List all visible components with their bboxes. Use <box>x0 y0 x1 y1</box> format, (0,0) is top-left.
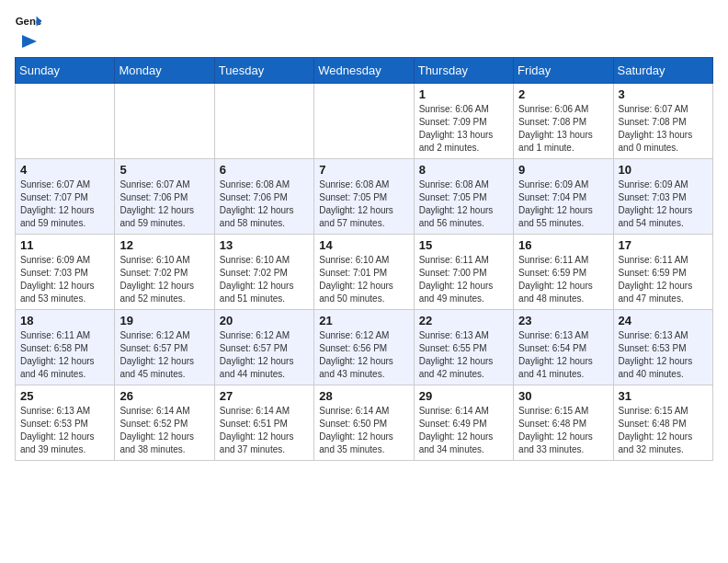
day-number: 30 <box>518 389 608 403</box>
logo-icon: General <box>15 15 42 33</box>
day-info: Sunrise: 6:12 AM Sunset: 6:56 PM Dayligh… <box>319 329 408 381</box>
day-info: Sunrise: 6:13 AM Sunset: 6:53 PM Dayligh… <box>619 329 708 381</box>
day-number: 28 <box>319 389 408 403</box>
day-number: 31 <box>619 389 708 403</box>
col-header-thursday: Thursday <box>414 58 513 84</box>
day-info: Sunrise: 6:15 AM Sunset: 6:48 PM Dayligh… <box>619 405 708 456</box>
calendar-cell: 29Sunrise: 6:14 AM Sunset: 6:49 PM Dayli… <box>414 385 513 461</box>
day-number: 27 <box>220 389 309 403</box>
day-number: 22 <box>419 314 508 327</box>
day-number: 2 <box>518 87 608 101</box>
calendar-cell <box>314 84 414 159</box>
calendar-cell: 31Sunrise: 6:15 AM Sunset: 6:48 PM Dayli… <box>613 385 712 461</box>
day-info: Sunrise: 6:13 AM Sunset: 6:53 PM Dayligh… <box>20 405 109 456</box>
day-number: 1 <box>419 87 508 101</box>
calendar-cell: 3Sunrise: 6:07 AM Sunset: 7:08 PM Daylig… <box>613 84 712 159</box>
day-info: Sunrise: 6:07 AM Sunset: 7:06 PM Dayligh… <box>119 178 209 230</box>
calendar-cell: 21Sunrise: 6:12 AM Sunset: 6:56 PM Dayli… <box>314 310 414 385</box>
calendar-cell: 2Sunrise: 6:06 AM Sunset: 7:08 PM Daylig… <box>514 84 613 159</box>
day-number: 18 <box>20 314 109 327</box>
svg-marker-1 <box>22 35 37 48</box>
day-number: 3 <box>619 87 708 101</box>
day-number: 21 <box>319 314 408 327</box>
day-info: Sunrise: 6:11 AM Sunset: 7:00 PM Dayligh… <box>419 254 508 305</box>
day-number: 12 <box>119 238 209 252</box>
day-number: 5 <box>119 163 209 177</box>
day-info: Sunrise: 6:12 AM Sunset: 6:57 PM Dayligh… <box>220 329 309 381</box>
day-info: Sunrise: 6:11 AM Sunset: 6:59 PM Dayligh… <box>518 254 608 305</box>
calendar-cell: 26Sunrise: 6:14 AM Sunset: 6:52 PM Dayli… <box>115 385 214 461</box>
calendar-cell: 22Sunrise: 6:13 AM Sunset: 6:55 PM Dayli… <box>414 310 513 385</box>
calendar-cell: 15Sunrise: 6:11 AM Sunset: 7:00 PM Dayli… <box>414 235 513 310</box>
calendar-cell: 30Sunrise: 6:15 AM Sunset: 6:48 PM Dayli… <box>514 385 613 461</box>
day-number: 25 <box>20 389 109 403</box>
day-info: Sunrise: 6:08 AM Sunset: 7:05 PM Dayligh… <box>319 178 408 230</box>
day-info: Sunrise: 6:08 AM Sunset: 7:06 PM Dayligh… <box>220 178 309 230</box>
calendar-cell: 12Sunrise: 6:10 AM Sunset: 7:02 PM Dayli… <box>115 235 214 310</box>
day-number: 4 <box>20 163 109 177</box>
calendar-cell: 25Sunrise: 6:13 AM Sunset: 6:53 PM Dayli… <box>16 385 115 461</box>
day-info: Sunrise: 6:09 AM Sunset: 7:04 PM Dayligh… <box>518 178 608 230</box>
calendar-week-5: 25Sunrise: 6:13 AM Sunset: 6:53 PM Dayli… <box>16 385 713 461</box>
calendar-cell: 24Sunrise: 6:13 AM Sunset: 6:53 PM Dayli… <box>613 310 712 385</box>
day-number: 8 <box>419 163 508 177</box>
calendar-cell <box>16 84 115 159</box>
day-number: 11 <box>20 238 109 252</box>
day-number: 26 <box>119 389 209 403</box>
day-info: Sunrise: 6:11 AM Sunset: 6:59 PM Dayligh… <box>619 254 708 305</box>
day-info: Sunrise: 6:13 AM Sunset: 6:55 PM Dayligh… <box>419 329 508 381</box>
day-info: Sunrise: 6:11 AM Sunset: 6:58 PM Dayligh… <box>20 329 109 381</box>
day-number: 9 <box>518 163 608 177</box>
col-header-monday: Monday <box>115 58 214 84</box>
calendar-cell: 28Sunrise: 6:14 AM Sunset: 6:50 PM Dayli… <box>314 385 414 461</box>
day-info: Sunrise: 6:10 AM Sunset: 7:02 PM Dayligh… <box>220 254 309 305</box>
day-info: Sunrise: 6:08 AM Sunset: 7:05 PM Dayligh… <box>419 178 508 230</box>
calendar-cell: 8Sunrise: 6:08 AM Sunset: 7:05 PM Daylig… <box>414 159 513 235</box>
calendar-cell: 7Sunrise: 6:08 AM Sunset: 7:05 PM Daylig… <box>314 159 414 235</box>
day-info: Sunrise: 6:13 AM Sunset: 6:54 PM Dayligh… <box>518 329 608 381</box>
col-header-friday: Friday <box>514 58 613 84</box>
calendar-cell: 4Sunrise: 6:07 AM Sunset: 7:07 PM Daylig… <box>16 159 115 235</box>
day-info: Sunrise: 6:10 AM Sunset: 7:02 PM Dayligh… <box>119 254 209 305</box>
day-info: Sunrise: 6:12 AM Sunset: 6:57 PM Dayligh… <box>119 329 209 381</box>
calendar-week-4: 18Sunrise: 6:11 AM Sunset: 6:58 PM Dayli… <box>16 310 713 385</box>
day-info: Sunrise: 6:09 AM Sunset: 7:03 PM Dayligh… <box>619 178 708 230</box>
col-header-tuesday: Tuesday <box>214 58 313 84</box>
day-number: 15 <box>419 238 508 252</box>
calendar-cell: 14Sunrise: 6:10 AM Sunset: 7:01 PM Dayli… <box>314 235 414 310</box>
calendar-cell: 27Sunrise: 6:14 AM Sunset: 6:51 PM Dayli… <box>214 385 313 461</box>
col-header-wednesday: Wednesday <box>314 58 414 84</box>
calendar-cell: 9Sunrise: 6:09 AM Sunset: 7:04 PM Daylig… <box>514 159 613 235</box>
calendar-header-row: SundayMondayTuesdayWednesdayThursdayFrid… <box>16 58 713 84</box>
logo-arrow-icon <box>18 33 39 50</box>
calendar-cell <box>115 84 214 159</box>
day-number: 19 <box>119 314 209 327</box>
calendar-cell <box>214 84 313 159</box>
calendar-week-2: 4Sunrise: 6:07 AM Sunset: 7:07 PM Daylig… <box>16 159 713 235</box>
day-number: 6 <box>220 163 309 177</box>
day-info: Sunrise: 6:07 AM Sunset: 7:07 PM Dayligh… <box>20 178 109 230</box>
day-number: 10 <box>619 163 708 177</box>
logo: General <box>15 15 42 50</box>
calendar-week-3: 11Sunrise: 6:09 AM Sunset: 7:03 PM Dayli… <box>16 235 713 310</box>
calendar-cell: 23Sunrise: 6:13 AM Sunset: 6:54 PM Dayli… <box>514 310 613 385</box>
calendar-cell: 19Sunrise: 6:12 AM Sunset: 6:57 PM Dayli… <box>115 310 214 385</box>
page-header: General <box>15 15 713 50</box>
day-info: Sunrise: 6:14 AM Sunset: 6:52 PM Dayligh… <box>119 405 209 456</box>
calendar-cell: 10Sunrise: 6:09 AM Sunset: 7:03 PM Dayli… <box>613 159 712 235</box>
col-header-sunday: Sunday <box>16 58 115 84</box>
day-info: Sunrise: 6:10 AM Sunset: 7:01 PM Dayligh… <box>319 254 408 305</box>
calendar-table: SundayMondayTuesdayWednesdayThursdayFrid… <box>15 57 713 461</box>
calendar-week-1: 1Sunrise: 6:06 AM Sunset: 7:09 PM Daylig… <box>16 84 713 159</box>
day-number: 29 <box>419 389 508 403</box>
day-info: Sunrise: 6:14 AM Sunset: 6:50 PM Dayligh… <box>319 405 408 456</box>
day-number: 23 <box>518 314 608 327</box>
calendar-cell: 16Sunrise: 6:11 AM Sunset: 6:59 PM Dayli… <box>514 235 613 310</box>
calendar-cell: 17Sunrise: 6:11 AM Sunset: 6:59 PM Dayli… <box>613 235 712 310</box>
day-info: Sunrise: 6:06 AM Sunset: 7:09 PM Dayligh… <box>419 103 508 155</box>
day-number: 7 <box>319 163 408 177</box>
day-number: 20 <box>220 314 309 327</box>
day-info: Sunrise: 6:14 AM Sunset: 6:51 PM Dayligh… <box>220 405 309 456</box>
col-header-saturday: Saturday <box>613 58 712 84</box>
day-info: Sunrise: 6:15 AM Sunset: 6:48 PM Dayligh… <box>518 405 608 456</box>
